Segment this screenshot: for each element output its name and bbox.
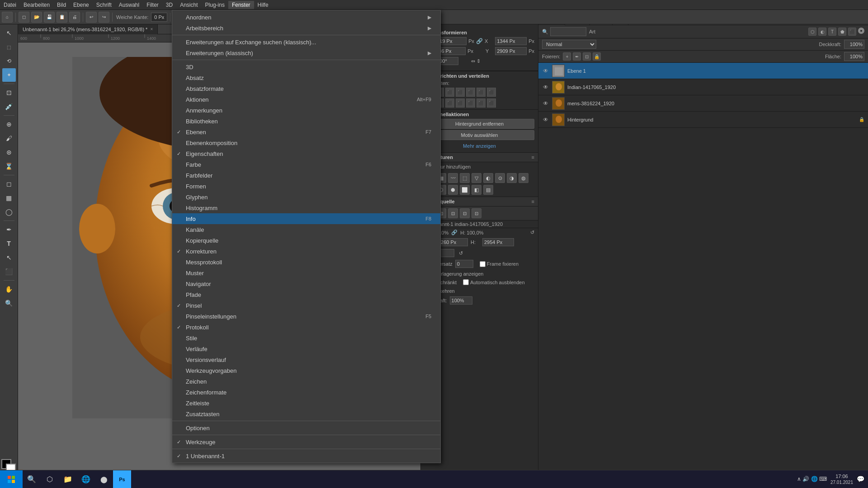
taskbar-start-btn[interactable] (0, 470, 23, 488)
taskbar-photoshop[interactable]: Ps (113, 470, 131, 488)
y-input[interactable] (495, 47, 527, 55)
kopier-h2-input[interactable] (482, 238, 514, 246)
tool-spot-heal[interactable]: ⊕ (2, 117, 16, 131)
align-right-edge[interactable]: ⬛ (445, 88, 454, 97)
menu-ansicht[interactable]: Ansicht (176, 1, 201, 9)
distribute-7[interactable]: ⬛ (487, 99, 496, 108)
menu-hilfe[interactable]: Hilfe (254, 1, 272, 9)
tool-select[interactable]: ⬚ (2, 40, 16, 54)
toolbar-new-btn[interactable]: ◻ (19, 12, 29, 23)
weiche-kante-input[interactable] (151, 13, 167, 22)
toolbar-saveAs-btn[interactable]: 📋 (57, 12, 67, 23)
tool-brush[interactable]: 🖌 (2, 131, 16, 145)
tool-magic-wand[interactable]: ✦ (2, 68, 16, 82)
menu-unbenannt-1[interactable]: ✓ 1 Unbenannt-1 (172, 450, 440, 461)
layer-eye-ebene1[interactable]: 👁 (542, 67, 549, 75)
toolbar-save-btn[interactable]: 💾 (44, 12, 55, 23)
menu-pfade[interactable]: Pfade (172, 289, 440, 300)
menu-bild[interactable]: Bild (53, 1, 70, 9)
tool-history-brush[interactable]: ⌛ (2, 160, 16, 173)
tool-text[interactable]: T (2, 237, 16, 250)
filter-text[interactable]: T (828, 28, 836, 36)
menu-datei[interactable]: Datei (0, 1, 20, 9)
korr-color-balance[interactable]: ⊙ (495, 173, 505, 183)
tool-eraser[interactable]: ◻ (2, 177, 16, 191)
toolbar-open-btn[interactable]: 📂 (31, 12, 42, 23)
align-more[interactable]: ⬛ (487, 88, 496, 97)
kopierquelle-panel-icon[interactable]: ≡ (532, 199, 534, 204)
korr-gradient-map[interactable]: ▤ (483, 185, 493, 195)
menu-navigator[interactable]: Navigator (172, 278, 440, 289)
foieren-lock-pixel[interactable]: ⊡ (583, 52, 591, 61)
menu-pinsel[interactable]: ✓ Pinsel (172, 300, 440, 311)
filter-smart[interactable]: ⬛ (848, 28, 856, 36)
menu-absatzformate[interactable]: Absatzformate (172, 83, 440, 94)
menu-werkzeugvorgaben[interactable]: Werkzeugvorgaben (172, 365, 440, 376)
menu-fenster[interactable]: Fenster (228, 1, 254, 9)
menu-glyphen[interactable]: Glyphen (172, 192, 440, 202)
taskbar-search[interactable]: 🔍 (23, 470, 41, 488)
korr-bw[interactable]: ◑ (507, 173, 517, 183)
menu-ebenen[interactable]: ✓ Ebenen F7 (172, 127, 440, 137)
menu-optionen[interactable]: Optionen (172, 422, 440, 433)
toolbar-home-btn[interactable]: ⌂ (2, 12, 13, 23)
menu-3d[interactable]: 3D (162, 1, 176, 9)
kopier-refresh-icon[interactable]: ↺ (530, 230, 534, 235)
menu-schrift[interactable]: Schrift (93, 1, 115, 9)
blend-mode-select[interactable]: Normal Multiplizieren Abwedeln (542, 40, 596, 49)
doc-tab-1[interactable]: Unbenannt-1 bei 26,2% (mens-3816224_1920… (18, 24, 158, 34)
menu-erweiterungen-klassisch[interactable]: Erweiterungen (klassisch) ▶ (172, 47, 440, 58)
korrekturen-panel-icon[interactable]: ≡ (532, 155, 534, 160)
menu-messprotokoll[interactable]: Messprotokoll (172, 257, 440, 267)
menu-plugins[interactable]: Plug-ins (202, 1, 228, 9)
tool-hand[interactable]: ✋ (2, 282, 16, 296)
tool-stamp[interactable]: ⊛ (2, 145, 16, 159)
menu-werkzeuge[interactable]: ✓ Werkzeuge (172, 436, 440, 447)
tool-lasso[interactable]: ⟲ (2, 54, 16, 68)
menu-bearbeiten[interactable]: Bearbeiten (20, 1, 53, 9)
autom-checkbox[interactable] (463, 279, 469, 285)
menu-info[interactable]: InfoF8 (172, 213, 440, 224)
layers-search-input[interactable] (550, 27, 586, 36)
align-bottom[interactable]: ⬛ (476, 88, 486, 97)
korr-hue[interactable]: ◐ (483, 173, 493, 183)
hintergrund-entfernen-btn[interactable]: Hintergrund entfernen (425, 119, 534, 129)
menu-bibliotheken[interactable]: Bibliotheken (172, 116, 440, 127)
menu-arbeitsbereich[interactable]: Arbeitsbereich ▶ (172, 23, 440, 33)
tool-gradient[interactable]: ▦ (2, 191, 16, 205)
layer-item-hintergrund[interactable]: 👁 Hintergrund 🔒 (538, 112, 868, 128)
toolbar-redo-btn[interactable]: ↪ (99, 12, 109, 23)
distribute-4[interactable]: ⬛ (456, 99, 465, 108)
tool-pen[interactable]: ✒ (2, 223, 16, 236)
tool-path-select[interactable]: ↖ (2, 251, 16, 264)
x-input[interactable] (495, 37, 527, 45)
filter-adj[interactable]: ◐ (818, 28, 826, 36)
menu-korrekturen[interactable]: ✓ Korrekturen (172, 246, 440, 257)
motiv-auswahlen-btn[interactable]: Motiv auswählen (425, 130, 534, 140)
tool-shape[interactable]: ⬛ (2, 265, 16, 278)
korr-exposure[interactable]: ⬚ (460, 173, 470, 183)
taskbar-chrome[interactable]: ⬤ (95, 470, 113, 488)
toolbar-print-btn[interactable]: 🖨 (69, 12, 80, 23)
menu-farbfelder[interactable]: Farbfelder (172, 170, 440, 181)
layer-item-mens[interactable]: 👁 mens-3816224_1920 (538, 95, 868, 112)
taskbar-task-view[interactable]: ⬡ (41, 470, 59, 488)
korr-curves[interactable]: 〰 (448, 173, 458, 183)
korr-posterize[interactable]: ⬜ (460, 185, 470, 195)
taskbar-explorer[interactable]: 📁 (59, 470, 77, 488)
menu-anmerkungen[interactable]: Anmerkungen (172, 105, 440, 116)
tool-zoom[interactable]: 🔍 (2, 296, 16, 310)
menu-kopierquelle[interactable]: Kopierquelle (172, 235, 440, 246)
menu-absatz[interactable]: Absatz (172, 72, 440, 83)
frame-fixieren-checkbox[interactable] (480, 261, 486, 267)
menu-zeichen[interactable]: Zeichen (172, 376, 440, 387)
menu-kanale[interactable]: Kanäle (172, 224, 440, 235)
foieren-lock-pos[interactable]: + (563, 52, 571, 61)
tool-move[interactable]: ↖ (2, 26, 16, 40)
menu-aktionen[interactable]: AktionenAlt+F9 (172, 94, 440, 105)
toolbar-undo-btn[interactable]: ↩ (86, 12, 97, 23)
filter-toggle[interactable]: ● (858, 28, 864, 34)
menu-zeichenformate[interactable]: Zeichenformate (172, 387, 440, 398)
menu-eigenschaften[interactable]: ✓ Eigenschaften (172, 148, 440, 159)
align-top[interactable]: ⬛ (456, 88, 465, 97)
